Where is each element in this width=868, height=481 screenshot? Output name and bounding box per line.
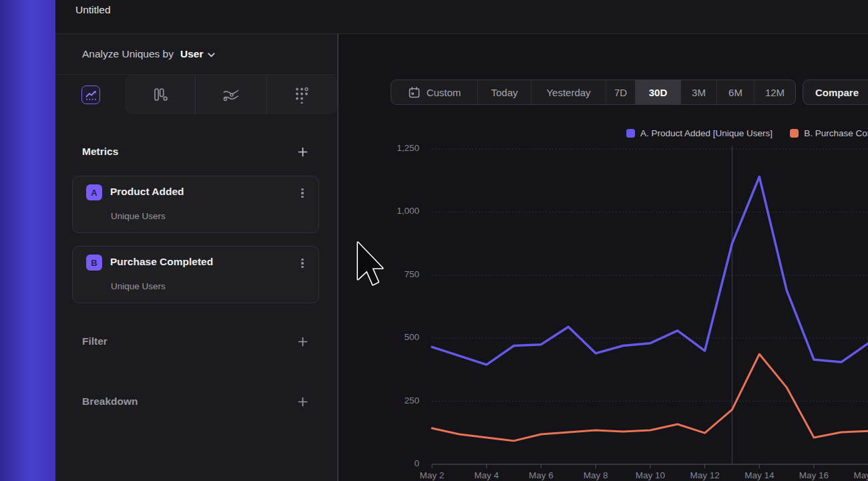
x-axis-label: May 6 (517, 470, 564, 480)
y-axis-label: 500 (361, 332, 419, 342)
x-axis-label: May 16 (791, 470, 837, 480)
x-axis-label: May 12 (682, 470, 728, 480)
y-axis-label: 250 (361, 395, 419, 406)
y-axis-label: 750 (361, 269, 419, 279)
series-line-a (432, 177, 868, 365)
chart-canvas (0, 0, 868, 481)
x-axis-label: May 14 (736, 470, 783, 480)
x-axis-label: May 8 (572, 470, 619, 480)
series-line-b (432, 354, 868, 441)
y-axis-label: 0 (361, 458, 419, 468)
x-axis-label: May 4 (463, 470, 510, 480)
line-chart: 02505007501,0001,250May 2May 4May 6May 8… (0, 0, 868, 481)
x-axis-label: May 10 (627, 470, 674, 480)
x-axis-label: May 18 (845, 470, 868, 480)
y-axis-label: 1,250 (361, 143, 419, 153)
y-axis-label: 1,000 (361, 206, 419, 216)
main-area: Custom Today Yesterday 7D 30D 3M 6M 12M … (0, 0, 868, 481)
x-axis-label: May 2 (409, 470, 455, 480)
